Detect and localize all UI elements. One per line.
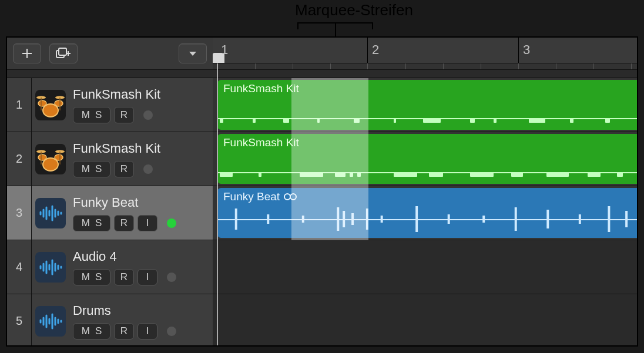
solo-button[interactable]: S [95,271,102,283]
svg-point-10 [38,154,46,160]
ruler-bar-label: 2 [372,42,379,58]
annotation-stem [335,22,336,36]
svg-point-41 [290,194,296,200]
mute-solo-chip[interactable]: MS [73,215,110,231]
arrange-lane[interactable]: FunkSmash Kit [213,78,637,132]
record-armed-indicator[interactable] [167,327,176,336]
mute-button[interactable]: M [82,217,90,229]
track-header[interactable]: 3 Funky BeatMSRI [7,186,213,240]
record-armed-indicator[interactable] [167,273,176,282]
plus-icon [21,48,33,59]
solo-button[interactable]: S [95,217,102,229]
arrange-area[interactable]: 1 2 3 FunkSmash KitFunkSmash KitFunky Be… [213,38,637,345]
arrange-lane[interactable]: Funky Beat [213,186,637,240]
svg-rect-51 [448,214,450,224]
svg-rect-53 [515,207,517,231]
track-header-area: 1 FunkSmash KitMSR2 FunkSmash KitMSR3 Fu… [7,38,213,345]
track-icon[interactable] [32,78,69,132]
input-monitor-button[interactable]: I [137,215,157,231]
input-monitor-button[interactable]: I [137,269,157,285]
svg-rect-55 [579,214,581,224]
record-enable-button[interactable]: R [114,269,134,285]
duplicate-plus-icon [56,48,71,59]
mute-solo-chip[interactable]: MS [73,161,110,177]
audio-wave-icon [35,306,66,337]
region[interactable]: FunkSmash Kit [217,134,637,184]
record-armed-indicator[interactable] [167,218,176,228]
region-name: FunkSmash Kit [223,82,299,95]
region[interactable]: Funky Beat [217,188,637,238]
svg-rect-47 [351,213,354,225]
track-main: Funky BeatMSRI [69,186,213,240]
mute-button[interactable]: M [82,163,90,175]
svg-point-4 [55,100,63,106]
mute-solo-chip[interactable]: MS [73,107,110,123]
arrange-lane[interactable] [213,294,637,347]
drumkit-icon [35,90,66,120]
svg-rect-45 [337,207,339,231]
track-number: 1 [7,78,32,132]
track-header[interactable]: 5 DrumsMSRI [7,294,213,347]
track-name[interactable]: Drums [73,303,213,318]
mute-solo-chip[interactable]: MS [73,323,110,339]
track-button-row: MSRI [73,269,213,285]
input-monitor-button[interactable]: I [137,323,157,339]
solo-button[interactable]: S [95,163,102,175]
track-name[interactable]: Funky Beat [73,195,213,210]
arrange-lane[interactable]: FunkSmash Kit [213,132,637,186]
chevron-down-icon [189,52,196,56]
svg-rect-46 [343,211,345,227]
solo-button[interactable]: S [95,109,102,121]
record-armed-indicator[interactable] [143,164,153,174]
audio-wave-icon [35,198,66,228]
track-header[interactable]: 4 Audio 4MSRI [7,240,213,294]
track-icon[interactable] [32,132,69,186]
arrange-lane[interactable] [213,240,637,294]
track-icon[interactable] [32,186,69,240]
annotation-label: Marquee-Streifen [295,1,413,19]
svg-rect-49 [381,216,383,223]
track-name[interactable]: Audio 4 [73,249,213,264]
region[interactable]: FunkSmash Kit [217,80,637,130]
record-enable-button[interactable]: R [114,215,134,231]
header-menu-button[interactable] [179,43,207,63]
midi-notes [217,170,637,177]
svg-rect-44 [302,216,304,223]
track-icon[interactable] [32,240,69,294]
header-toolbar [7,38,213,70]
svg-rect-57 [625,211,628,227]
mute-button[interactable]: M [82,109,90,121]
solo-button[interactable]: S [95,325,102,337]
duplicate-track-button[interactable] [49,43,78,63]
track-button-row: MSRI [73,323,213,339]
mute-solo-chip[interactable]: MS [73,269,110,285]
svg-rect-42 [235,209,237,230]
track-button-row: MSR [73,107,213,123]
record-armed-indicator[interactable] [143,110,153,120]
ruler-sub [213,63,637,69]
track-header[interactable]: 1 FunkSmash KitMSR [7,78,213,132]
mute-button[interactable]: M [82,325,90,337]
arrange-strip [213,70,637,78]
track-name[interactable]: FunkSmash Kit [73,87,213,102]
ruler-bar-label: 3 [523,42,530,58]
add-track-button[interactable] [13,43,41,63]
svg-rect-52 [482,216,485,223]
loop-icon [283,192,297,201]
mute-button[interactable]: M [82,271,90,283]
midi-notes [217,116,637,123]
track-number: 2 [7,132,32,186]
drumkit-icon [35,144,66,174]
timeline-ruler[interactable]: 1 2 3 [213,38,637,70]
record-enable-button[interactable]: R [114,107,134,123]
track-icon[interactable] [32,294,69,347]
record-enable-button[interactable]: R [114,161,134,177]
track-name[interactable]: FunkSmash Kit [73,141,213,156]
svg-point-3 [38,100,46,106]
record-enable-button[interactable]: R [114,323,134,339]
region-name: FunkSmash Kit [223,136,299,149]
track-button-row: MSR [73,161,213,177]
track-header[interactable]: 2 FunkSmash KitMSR [7,132,213,186]
track-number: 3 [7,186,32,240]
track-main: FunkSmash KitMSR [69,132,213,186]
